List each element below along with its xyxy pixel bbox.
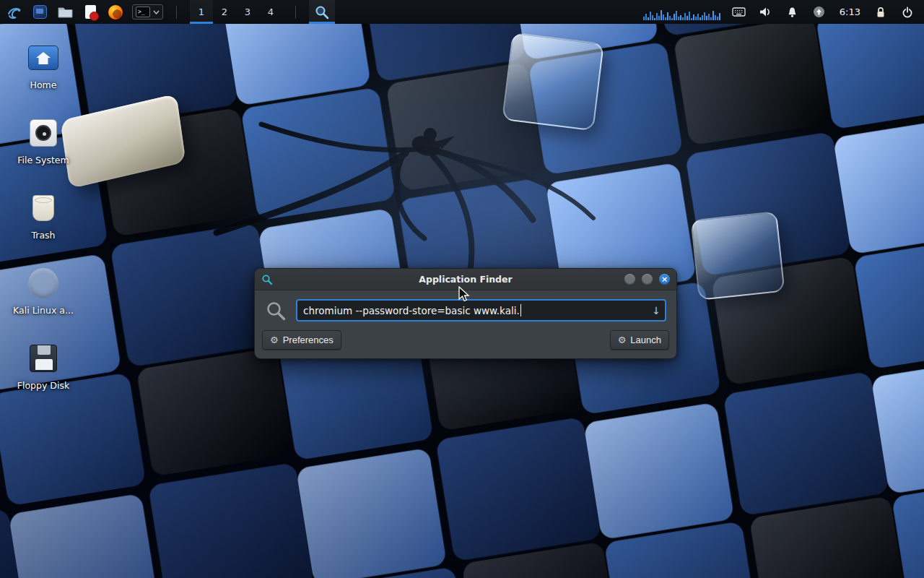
text-caret <box>520 304 522 316</box>
application-finder-window: Application Finder × chromium --password… <box>254 268 677 359</box>
panel-right-section: 6:13 <box>643 0 924 24</box>
desktop-icon-label: File System <box>17 155 69 165</box>
search-icon <box>265 300 287 322</box>
search-input-value: chromium --password-store=basic www.kali… <box>303 305 520 316</box>
drive-icon <box>26 116 61 150</box>
desktop-icon-label: Kali Linux a... <box>13 305 74 316</box>
chevron-down-icon <box>153 10 160 14</box>
terminal-selector[interactable]: >_ <box>132 4 163 20</box>
launch-button[interactable]: ⚙ Launch <box>610 330 669 350</box>
desktop-icon-column: Home File System Trash Kali Linux a... F… <box>7 40 79 391</box>
bell-icon[interactable] <box>785 0 801 24</box>
workspace-2[interactable]: 2 <box>213 0 236 24</box>
maximize-button[interactable] <box>642 274 653 285</box>
search-row: chromium --password-store=basic www.kali… <box>255 290 676 329</box>
home-folder-icon <box>26 40 61 75</box>
top-panel: >_ 1 2 3 4 <box>0 0 924 24</box>
desktop-icon-label: Floppy Disk <box>17 380 69 391</box>
minimize-button[interactable] <box>624 274 635 285</box>
preferences-button-label: Preferences <box>283 335 334 345</box>
text-editor-icon[interactable] <box>82 4 99 21</box>
workspace-4[interactable]: 4 <box>259 0 282 24</box>
clock[interactable]: 6:13 <box>838 7 862 17</box>
desktop-icon-floppy-disk[interactable]: Floppy Disk <box>7 341 79 391</box>
desktop-icon-label: Trash <box>31 230 55 241</box>
keyboard-icon[interactable] <box>731 0 747 24</box>
terminal-icon: >_ <box>136 7 150 17</box>
run-icon: ⚙ <box>618 335 627 345</box>
file-manager-icon[interactable] <box>56 4 74 21</box>
trash-icon <box>26 191 61 225</box>
panel-divider-2 <box>295 6 296 19</box>
workspace-switcher: 1 2 3 4 <box>190 0 282 24</box>
workspace-3[interactable]: 3 <box>236 0 259 24</box>
desktop-icon-trash[interactable]: Trash <box>7 191 79 241</box>
status-icon[interactable] <box>811 0 827 24</box>
gear-icon: ⚙ <box>270 335 279 345</box>
appfinder-window-icon <box>261 274 273 285</box>
audio-spectrum-graph[interactable] <box>643 4 720 20</box>
floppy-icon <box>26 341 61 376</box>
search-input[interactable]: chromium --password-store=basic www.kali… <box>296 299 666 322</box>
window-title: Application Finder <box>255 274 676 285</box>
window-titlebar[interactable]: Application Finder × <box>255 269 676 290</box>
volume-icon[interactable] <box>758 0 774 24</box>
search-icon <box>314 4 330 20</box>
panel-divider <box>176 6 177 19</box>
window-manager-icon[interactable] <box>31 4 48 21</box>
kali-disc-icon <box>26 266 61 301</box>
window-buttons: × <box>624 274 670 285</box>
preferences-button[interactable]: ⚙ Preferences <box>262 330 341 350</box>
desktop-icon-home[interactable]: Home <box>7 40 79 90</box>
launch-button-label: Launch <box>630 335 661 345</box>
panel-left-section: >_ 1 2 3 4 <box>0 0 335 24</box>
desktop-icon-file-system[interactable]: File System <box>7 116 79 165</box>
combo-dropdown-arrow-icon[interactable]: ↓ <box>652 305 661 316</box>
button-row: ⚙ Preferences ⚙ Launch <box>255 329 676 358</box>
workspace-1[interactable]: 1 <box>190 0 213 24</box>
desktop-icon-label: Home <box>30 79 57 90</box>
kali-menu-icon[interactable] <box>6 4 23 21</box>
desktop-icon-kali-linux[interactable]: Kali Linux a... <box>7 266 79 316</box>
firefox-icon[interactable] <box>107 4 124 21</box>
power-icon[interactable] <box>899 0 915 24</box>
close-button[interactable]: × <box>659 274 670 285</box>
lock-icon[interactable] <box>873 0 889 24</box>
taskbar-appfinder-button[interactable] <box>309 0 335 24</box>
